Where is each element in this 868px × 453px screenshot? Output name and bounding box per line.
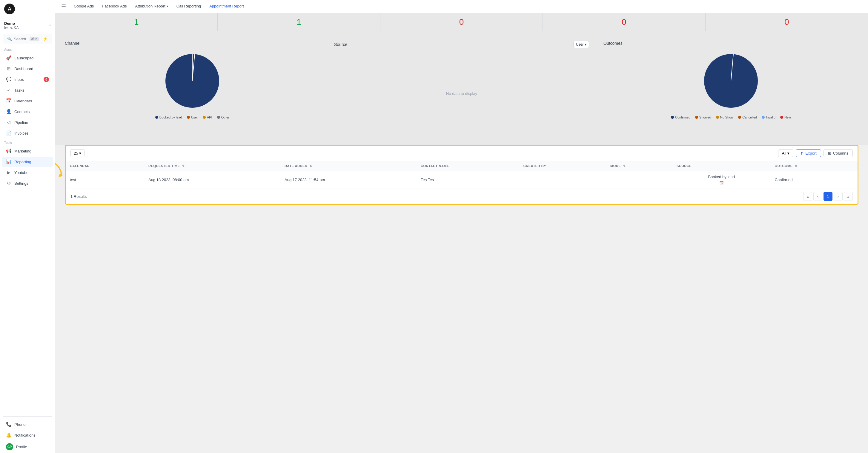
- legend-dot: [217, 116, 220, 119]
- stat-cell-4: 0: [706, 13, 868, 31]
- stat-cell-3: 0: [543, 13, 705, 31]
- bolt-icon: ⚡: [43, 36, 48, 41]
- sidebar-item-label: Invoices: [14, 131, 29, 135]
- inbox-icon: 💬: [6, 77, 11, 82]
- sidebar-item-settings[interactable]: ⚙ Settings: [2, 178, 53, 188]
- sidebar-item-label: Calendars: [14, 99, 32, 103]
- tools-section-label: Tools: [0, 138, 55, 145]
- search-bar[interactable]: 🔍 Search ⌘ K ⚡: [3, 34, 52, 43]
- source-user-dropdown[interactable]: User ▾: [573, 41, 589, 48]
- dashboard-icon: ⊞: [6, 66, 11, 71]
- sidebar-item-contacts[interactable]: 👤 Contacts: [2, 106, 53, 117]
- legend-item-invalid: Invalid: [762, 116, 775, 119]
- cell-date-added: Aug 17 2023, 11:54 pm: [280, 171, 416, 189]
- sidebar-item-invoices[interactable]: 📄 Invoices: [2, 128, 53, 138]
- pagination-page-1[interactable]: 1: [824, 192, 833, 201]
- pagination-last[interactable]: »: [844, 192, 853, 201]
- channel-chart-area: Booked by lead User API Other: [65, 49, 320, 121]
- filter-select[interactable]: All ▾: [778, 149, 793, 157]
- svg-marker-6: [59, 173, 63, 177]
- stat-cell-2: 0: [380, 13, 543, 31]
- channel-pie-chart: [162, 51, 222, 111]
- legend-item-api: API: [203, 116, 212, 119]
- apps-section-label: Apps: [0, 45, 55, 53]
- nav-facebook-ads[interactable]: Facebook Ads: [98, 1, 130, 11]
- sidebar-item-notifications[interactable]: 🔔 Notifications: [2, 430, 53, 440]
- sidebar-item-marketing[interactable]: 📢 Marketing: [2, 146, 53, 156]
- sidebar-item-launchpad[interactable]: 🚀 Launchpad: [2, 53, 53, 63]
- outcomes-pie-chart: [701, 51, 761, 111]
- legend-item-showed: Showed: [695, 116, 711, 119]
- per-page-select[interactable]: 25 ▾: [70, 149, 85, 157]
- legend-label: Cancelled: [742, 116, 757, 119]
- pagination-first[interactable]: «: [803, 192, 812, 201]
- table-row: test Aug 18 2023, 08:00 am Aug 17 2023, …: [66, 171, 858, 189]
- search-label: Search: [14, 37, 26, 41]
- stat-cell-0: 1: [55, 13, 218, 31]
- stat-value-4: 0: [712, 17, 862, 27]
- stat-value-0: 1: [61, 17, 211, 27]
- stat-value-1: 1: [224, 17, 374, 27]
- sidebar-item-label: Contacts: [14, 109, 30, 114]
- col-created-by: CREATED BY: [519, 161, 606, 171]
- legend-dot: [671, 116, 674, 119]
- stat-value-2: 0: [386, 17, 536, 27]
- cell-calendar: test: [66, 171, 144, 189]
- nav-google-ads[interactable]: Google Ads: [70, 1, 97, 11]
- nav-appointment-report[interactable]: Appointment Report: [206, 1, 248, 11]
- sidebar-item-calendars[interactable]: 📅 Calendars: [2, 96, 53, 106]
- pagination-next[interactable]: ›: [834, 192, 843, 201]
- stat-value-3: 0: [549, 17, 699, 27]
- col-date-added: DATE ADDED ⇅: [280, 161, 416, 171]
- nav-call-reporting[interactable]: Call Reporting: [173, 1, 205, 11]
- legend-label: Invalid: [766, 116, 775, 119]
- legend-label: Confirmed: [675, 116, 690, 119]
- legend-item-cancelled: Cancelled: [738, 116, 757, 119]
- cell-mode: [606, 171, 673, 189]
- hamburger-icon[interactable]: ☰: [61, 3, 66, 10]
- sidebar-item-pipeline[interactable]: ◁ Pipeline: [2, 117, 53, 127]
- source-icon: 📅: [719, 181, 724, 185]
- charts-section: Channel Booked: [55, 31, 868, 145]
- chevron-down-icon: ▾: [49, 24, 51, 27]
- pagination-prev[interactable]: ‹: [813, 192, 822, 201]
- sidebar-item-label: Tasks: [14, 88, 24, 93]
- cell-requested-time: Aug 18 2023, 08:00 am: [144, 171, 280, 189]
- legend-dot: [716, 116, 719, 119]
- chevron-down-icon: ▾: [787, 151, 789, 156]
- stat-cell-1: 1: [218, 13, 380, 31]
- sidebar-item-phone[interactable]: 📞 Phone: [2, 419, 53, 429]
- inbox-badge: 0: [43, 77, 49, 82]
- sidebar-item-reporting[interactable]: 📊 Reporting: [2, 157, 53, 167]
- reporting-icon: 📊: [6, 159, 11, 164]
- sidebar-item-youtube[interactable]: ▶ Youtube: [2, 167, 53, 177]
- sidebar-item-profile[interactable]: GP Profile: [2, 441, 53, 453]
- legend-dot: [203, 116, 206, 119]
- tasks-icon: ✓: [6, 88, 11, 93]
- export-button[interactable]: ⬆ Export: [796, 149, 821, 157]
- main-content: ☰ Google Ads Facebook Ads Attribution Re…: [55, 0, 868, 453]
- outcomes-chart-card: Outcomes Confirmed: [599, 36, 863, 140]
- legend-item-no-show: No Show: [716, 116, 734, 119]
- sidebar-item-tasks[interactable]: ✓ Tasks: [2, 85, 53, 95]
- legend-item-booked-by-lead: Booked by lead: [155, 116, 182, 119]
- phone-icon: 📞: [6, 422, 11, 427]
- source-chart-title: Source: [334, 42, 347, 47]
- notifications-icon: 🔔: [6, 432, 11, 438]
- sidebar-item-dashboard[interactable]: ⊞ Dashboard: [2, 64, 53, 74]
- col-source: SOURCE: [673, 161, 771, 171]
- outcomes-chart-area: Confirmed Showed No Show Cancelled: [603, 49, 859, 121]
- col-outcome: OUTCOME ⇅: [771, 161, 858, 171]
- account-switcher[interactable]: Demo Irvine, CA ▾: [0, 18, 55, 32]
- sidebar-item-inbox[interactable]: 💬 Inbox 0: [2, 74, 53, 85]
- top-navigation: ☰ Google Ads Facebook Ads Attribution Re…: [55, 0, 868, 13]
- columns-button[interactable]: ⊞ Columns: [824, 149, 853, 157]
- col-calendar: CALENDAR: [66, 161, 144, 171]
- settings-icon: ⚙: [6, 181, 11, 186]
- profile-avatar: GP: [6, 443, 13, 450]
- sidebar-item-label: Youtube: [14, 170, 28, 175]
- nav-attribution-report[interactable]: Attribution Report ▾: [132, 1, 172, 11]
- invoices-icon: 📄: [6, 130, 11, 136]
- sidebar-item-label: Pipeline: [14, 120, 28, 125]
- sidebar-item-label: Profile: [16, 445, 27, 449]
